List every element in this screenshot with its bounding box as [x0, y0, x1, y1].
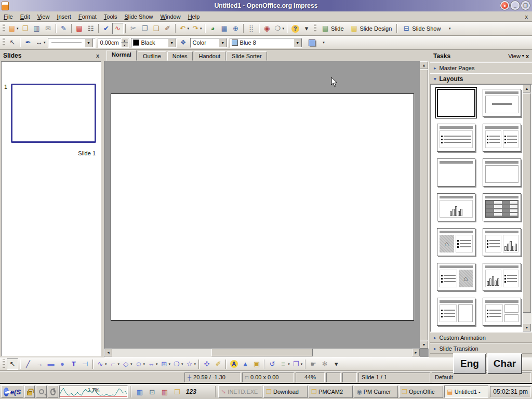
block-arrows-button[interactable]: ⇔▾ [146, 358, 159, 370]
rectangle-button[interactable]: ▬ [45, 358, 57, 370]
open-button[interactable]: ❒ [20, 23, 31, 34]
gallery-button[interactable]: ▣ [251, 358, 262, 370]
slide-thumbnail[interactable] [11, 84, 96, 143]
tab-notes[interactable]: Notes [167, 51, 193, 61]
line-color-dropdown-button[interactable]: ▼ [168, 38, 176, 47]
send-email-button[interactable]: ✉ [43, 23, 54, 34]
export-pdf-button[interactable]: ▤ [74, 23, 85, 34]
paste-button[interactable]: ❑ [151, 23, 162, 34]
window-list-icon[interactable]: ▥ [134, 385, 146, 398]
slides-panel-close-button[interactable]: x [96, 52, 99, 59]
presentation-overflow-button[interactable]: ▾ [444, 23, 455, 34]
cut-button[interactable]: ✂ [128, 23, 139, 34]
slides-list[interactable]: 1 Slide 1 [1, 61, 101, 356]
rotate-button[interactable]: ↺ [267, 358, 278, 370]
scroll-right-button[interactable]: ► [412, 349, 420, 356]
connector-button[interactable]: ⌐▾ [108, 358, 121, 370]
edit-points-button[interactable]: ✣ [201, 358, 212, 370]
layout-title-chart-text[interactable] [483, 263, 521, 291]
layouts-scroll-down-button[interactable]: ▼ [523, 324, 531, 331]
tasks-view-dropdown-icon[interactable]: ▾ [522, 54, 524, 58]
line-dialog-button[interactable]: ✒ [22, 37, 34, 48]
layout-title-clipart-text[interactable]: ⌂ [437, 228, 475, 256]
line-width-down-button[interactable]: ▼ [121, 43, 128, 47]
basic-shapes-button[interactable]: ◇▾ [121, 358, 134, 370]
lock-button[interactable] [24, 385, 35, 398]
layouts-scroll-thumb[interactable] [523, 93, 531, 313]
task-pm-camera[interactable]: ◉PM Camer [354, 385, 398, 398]
layout-title-frame[interactable] [483, 158, 521, 187]
arrow-style-button[interactable]: ↔ ▾ [34, 37, 47, 48]
fill-type-select[interactable]: Color ▼ [190, 38, 228, 48]
close-window-button[interactable]: x [500, 1, 509, 10]
layout-title-content[interactable] [483, 89, 521, 117]
tab-normal[interactable]: Normal [107, 50, 137, 61]
symbol-shapes-button[interactable]: ☺▾ [134, 358, 147, 370]
menu-window[interactable]: Window [157, 12, 184, 21]
layout-title-text-two-objects[interactable] [483, 298, 521, 326]
vertical-scroll-thumb[interactable] [420, 70, 428, 340]
layout-title-table[interactable] [483, 193, 521, 221]
screen-viewer-icon[interactable]: ⊡ [146, 385, 158, 398]
undo-button[interactable]: ↶▾ [178, 23, 191, 34]
task-pmcam2[interactable]: ❒PMCAM2 [309, 385, 353, 398]
arrange-button[interactable]: ❐▾ [291, 358, 304, 370]
area-dialog-button[interactable]: ❖ [178, 37, 189, 48]
layout-title-text-object[interactable] [437, 298, 475, 326]
menu-view[interactable]: View [34, 12, 54, 21]
vertical-text-button[interactable]: ⊣ [79, 358, 91, 370]
menu-edit[interactable]: Edit [17, 12, 34, 21]
section-slide-transition[interactable]: ▸ Slide Transition [430, 343, 532, 354]
glue-points-button[interactable]: ✐ [212, 358, 224, 370]
toolbar-drag-handle[interactable] [3, 38, 5, 47]
save-button[interactable]: ▥ [31, 23, 43, 34]
navigator-button[interactable]: ◉ [261, 23, 273, 34]
hyperlink-button[interactable]: ⊕ [230, 23, 242, 34]
drives-folder-icon[interactable]: ❒ [171, 385, 183, 398]
fill-color-select[interactable]: Blue 8 ▼ [230, 38, 302, 48]
line-width-up-button[interactable]: ▲ [121, 38, 128, 43]
layout-title-only[interactable] [437, 158, 475, 187]
task-download[interactable]: ❒Download [263, 385, 308, 398]
drawing-overflow-button[interactable]: ▾ [330, 358, 342, 370]
autospellcheck-button[interactable]: ∿ [112, 23, 124, 34]
section-master-pages[interactable]: ▸ Master Pages [430, 62, 532, 73]
toolbar-drag-handle[interactable] [3, 360, 5, 369]
tasks-view-menu[interactable]: View [508, 53, 521, 59]
tasks-panel-close-button[interactable]: x [526, 53, 529, 59]
shutdown-button[interactable] [48, 385, 58, 398]
scroll-left-button[interactable]: ◄ [104, 349, 112, 356]
interaction-button[interactable]: ☛ [308, 358, 319, 370]
scroll-up-button[interactable]: ▲ [420, 61, 428, 69]
fill-type-dropdown-button[interactable]: ▼ [219, 38, 227, 47]
close-document-button[interactable]: x [525, 14, 528, 20]
menu-file[interactable]: File [0, 12, 17, 21]
new-button[interactable]: ▤▾ [7, 23, 20, 34]
text-button[interactable]: T [68, 358, 79, 370]
format-paintbrush-button[interactable]: ✐ [162, 23, 174, 34]
layouts-scroll-up-button[interactable]: ▲ [523, 85, 531, 92]
menu-insert[interactable]: Insert [53, 12, 75, 21]
ecs-start-button[interactable]: e(S [1, 385, 23, 398]
menu-tools[interactable]: Tools [100, 12, 121, 21]
line-style-dropdown-button[interactable]: ▼ [85, 38, 93, 47]
scroll-down-button[interactable]: ▼ [420, 341, 428, 349]
slide-design-button[interactable]: ▤ Slide Design [347, 23, 395, 34]
curve-button[interactable]: ∿▾ [95, 358, 108, 370]
menu-help[interactable]: Help [184, 12, 204, 21]
taskbar-clock[interactable]: 05:02:31 pm [490, 386, 531, 397]
fill-color-dropdown-button[interactable]: ▼ [294, 38, 302, 47]
task-openoffice[interactable]: ❒OpenOffic [399, 385, 443, 398]
line-width-value[interactable]: 0.00cm [98, 39, 121, 46]
status-slide-count[interactable]: Slide 1 / 1 [358, 373, 430, 382]
workarea[interactable]: ▲ ▼ ◄ ► [104, 61, 429, 357]
ellipse-button[interactable]: ● [57, 358, 68, 370]
stars-button[interactable]: ☆▾ [184, 358, 197, 370]
help-button[interactable]: ? [289, 23, 301, 34]
redo-button[interactable]: ↷▾ [190, 23, 203, 34]
keyboard-char-button[interactable]: Char [487, 353, 522, 374]
slide-show-button[interactable]: ⊟ Slide Show [399, 23, 444, 34]
tab-slide-sorter[interactable]: Slide Sorter [227, 51, 267, 61]
line-button[interactable]: ╱ [22, 358, 34, 370]
effects-button[interactable]: ✻ [319, 358, 330, 370]
